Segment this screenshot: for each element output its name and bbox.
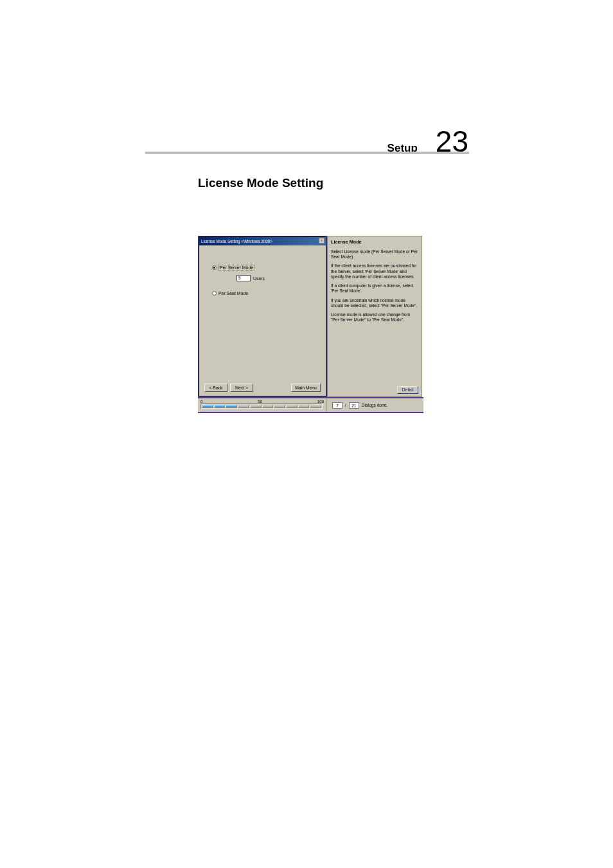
dialogs-current: 7 [332,402,342,409]
help-title: License Mode [331,239,418,245]
back-button[interactable]: < Back [204,384,227,392]
progress-segment [298,405,310,408]
progress-segment [202,405,213,408]
dialogs-done-label: Dialogs done. [362,403,387,407]
help-panel: License Mode Select License mode (Per Se… [327,236,422,397]
per-server-label: Per Server Mode [218,265,254,270]
per-seat-label: Per Seat Mode [218,291,248,296]
dialog-title-text: License Mode Setting <Windows 2000> [201,239,272,244]
progress-segment [250,405,262,408]
progress-segment [274,405,285,408]
dialogs-total: 21 [349,402,359,409]
dialogs-slash: / [345,403,346,407]
dialog-titlebar: License Mode Setting <Windows 2000> × [199,237,326,245]
main-menu-button[interactable]: Main Menu [291,384,321,392]
help-paragraph: Select License mode (Per Server Mode or … [331,249,418,260]
screenshot-figure: License Mode Setting <Windows 2000> × Pe… [198,236,423,413]
license-dialog: License Mode Setting <Windows 2000> × Pe… [199,236,326,396]
help-paragraph: If you are uncertain which license mode … [331,298,418,308]
close-icon[interactable]: × [319,238,324,244]
help-paragraph: If the client access licenses are purcha… [331,263,418,279]
detail-button[interactable]: Detail [397,386,418,394]
progress-segment [238,405,249,408]
progress-segment [226,405,237,408]
help-paragraph: License mode is allowed one change from … [331,312,418,323]
progress-strip: 0 50 100 7 / 21 Dialogs done. [198,397,423,413]
users-label: Users [253,276,265,281]
progress-segment [310,405,321,408]
progress-bar [200,403,323,409]
progress-segment [262,405,274,408]
progress-segment [214,405,226,408]
per-seat-radio[interactable] [212,291,217,296]
help-paragraph: If a client computer is given a license,… [331,283,418,294]
header-rule [145,152,469,154]
next-button[interactable]: Next > [230,384,253,392]
per-server-radio[interactable] [212,265,217,270]
users-input[interactable]: 5 [236,275,251,281]
section-title: License Mode Setting [198,176,323,190]
progress-segment [286,405,298,408]
